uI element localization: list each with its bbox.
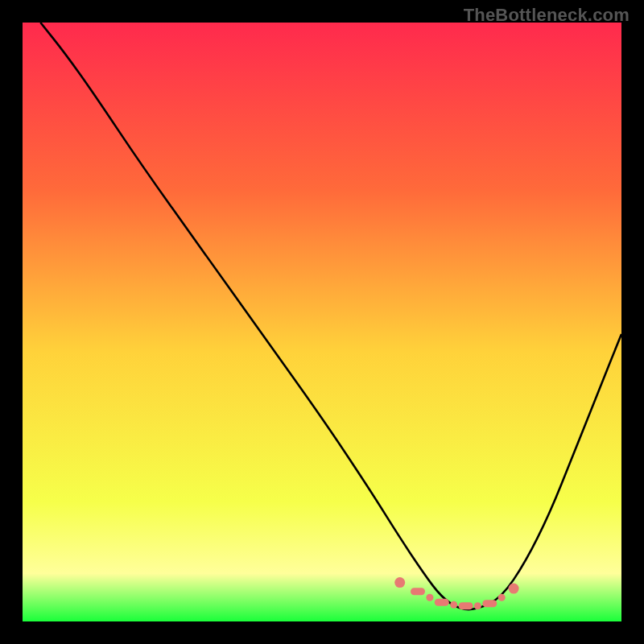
chart-plot xyxy=(23,23,621,621)
gradient-background xyxy=(23,23,621,621)
accent-marker xyxy=(509,584,519,594)
accent-marker xyxy=(498,594,506,601)
chart-svg xyxy=(23,23,621,621)
accent-marker xyxy=(426,594,433,601)
accent-marker xyxy=(459,602,473,609)
accent-marker xyxy=(474,602,481,609)
chart-frame: TheBottleneck.com xyxy=(0,0,644,644)
accent-marker xyxy=(411,588,425,595)
accent-marker xyxy=(450,601,457,609)
accent-marker xyxy=(435,599,449,606)
accent-marker xyxy=(394,577,405,588)
accent-marker xyxy=(482,600,497,607)
